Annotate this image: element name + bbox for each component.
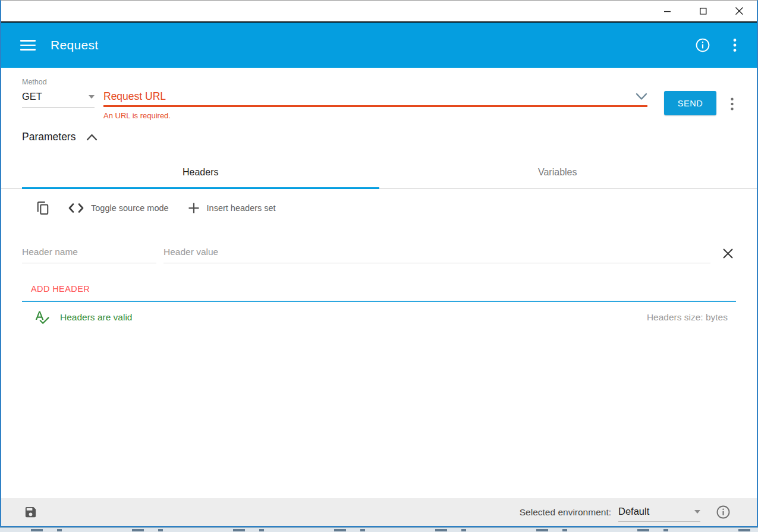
tab-headers[interactable]: Headers [22, 159, 379, 188]
method-block: Method GET [22, 78, 95, 108]
status-bar: Selected environment: Default [1, 498, 757, 526]
remove-header-button[interactable] [720, 245, 736, 262]
url-input-wrap [103, 90, 647, 107]
send-button[interactable]: SEND [664, 91, 716, 115]
info-icon [695, 37, 710, 53]
code-icon [68, 203, 84, 213]
method-caret-icon [89, 95, 95, 99]
tab-variables[interactable]: Variables [379, 159, 737, 188]
minimize-button[interactable] [650, 1, 685, 22]
headers-status-row: Headers are valid Headers size: bytes [22, 309, 736, 325]
copy-headers-button[interactable] [34, 198, 52, 218]
parameters-section-header[interactable]: Parameters [22, 131, 736, 143]
header-value-input[interactable] [163, 244, 710, 263]
maximize-button[interactable] [685, 1, 721, 22]
copy-icon [36, 200, 49, 216]
request-options-kebab-icon [731, 97, 734, 111]
maximize-icon [700, 8, 707, 15]
url-suggestions-chevron-icon[interactable] [636, 93, 647, 100]
save-icon [24, 505, 37, 519]
parameters-tabs: Headers Variables [1, 159, 757, 189]
headers-toolbar: Toggle source mode Insert headers set [22, 198, 736, 218]
url-error-message: An URL is required. [103, 111, 647, 120]
collapse-chevron-up-icon[interactable] [86, 134, 97, 141]
headers-size-label: Headers size: bytes [647, 312, 736, 323]
request-url-row: Method GET An URL is required. SEND [22, 78, 736, 120]
page-title: Request [51, 38, 98, 52]
spellcheck-valid-icon [34, 309, 50, 325]
background-window-remnant [0, 527, 758, 532]
environment-value: Default [618, 506, 649, 517]
request-options-button[interactable] [728, 95, 736, 113]
insert-headers-set-button[interactable]: Insert headers set [185, 200, 278, 216]
request-url-input[interactable] [103, 90, 631, 103]
url-block: An URL is required. [103, 78, 647, 120]
overflow-menu-button[interactable] [731, 36, 739, 55]
environment-select[interactable]: Default [618, 502, 700, 522]
info-button[interactable] [693, 35, 713, 55]
toggle-source-mode-button[interactable]: Toggle source mode [66, 201, 171, 215]
remove-header-x-icon [722, 248, 734, 259]
headers-divider [22, 301, 736, 302]
parameters-title: Parameters [22, 131, 76, 143]
environment-label: Selected environment: [520, 507, 611, 518]
environment-caret-icon [694, 510, 700, 514]
request-editor: Method GET An URL is required. SEND [1, 68, 757, 498]
kebab-icon [733, 38, 737, 52]
environment-selector-group: Selected environment: Default [520, 502, 733, 522]
insert-headers-set-label: Insert headers set [207, 203, 276, 213]
hamburger-icon [20, 40, 36, 42]
environment-info-icon [716, 505, 731, 520]
close-icon [735, 7, 743, 15]
minimize-icon [664, 8, 671, 15]
toggle-source-mode-label: Toggle source mode [91, 203, 169, 213]
menu-button[interactable] [20, 39, 36, 51]
environment-info-button[interactable] [713, 502, 733, 522]
plus-icon [188, 202, 200, 214]
method-label: Method [22, 78, 95, 86]
app-toolbar: Request [1, 23, 757, 68]
window-titlebar [1, 1, 757, 23]
appbar-actions [693, 35, 739, 55]
header-name-input[interactable] [22, 244, 156, 263]
header-form-row [22, 244, 736, 263]
method-select[interactable]: GET [22, 91, 95, 108]
close-button[interactable] [721, 1, 757, 22]
headers-valid-message: Headers are valid [60, 312, 132, 323]
method-value: GET [22, 91, 42, 102]
app-window: Request Method GET [0, 0, 758, 527]
add-header-button[interactable]: ADD HEADER [30, 283, 91, 295]
save-request-button[interactable] [24, 505, 37, 519]
